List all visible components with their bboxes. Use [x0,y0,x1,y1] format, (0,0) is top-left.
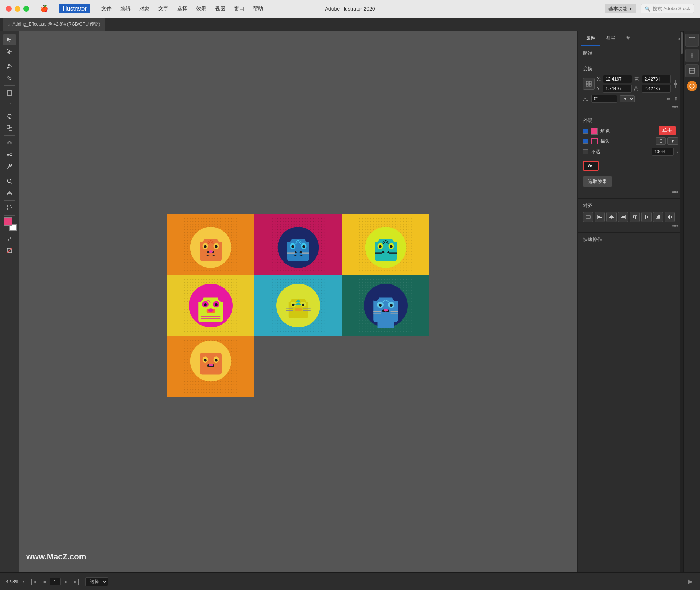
maximize-button[interactable] [23,6,29,12]
nav-prev[interactable]: ◄ [40,578,48,585]
play-btn[interactable]: ▶ [687,577,694,586]
align-distribute-btn[interactable] [665,212,675,222]
align-right-btn[interactable] [618,212,628,222]
status-select[interactable]: 选择 [85,577,108,586]
tab-properties[interactable]: 属性 [581,31,600,46]
fill-checkbox[interactable] [583,129,588,134]
align-center-v-btn[interactable] [641,212,652,222]
toolbar-separator-6 [4,215,15,216]
menu-items: 文件 编辑 对象 文字 选择 效果 视图 窗口 帮助 [98,4,267,13]
angle-input[interactable] [591,95,617,103]
pencil-tool[interactable] [3,73,16,84]
transform-more-btn[interactable]: ••• [672,104,678,110]
svg-rect-128 [621,217,625,218]
selection-tool[interactable] [3,34,16,45]
rotate-tool[interactable] [3,111,16,122]
page-input[interactable] [50,578,61,585]
mini-panel-btn-2[interactable] [685,49,699,62]
angle-dropdown[interactable]: ▼ [620,95,635,102]
svg-point-83 [284,295,292,302]
warp-tool[interactable] [3,137,16,148]
y-input[interactable] [603,85,632,93]
flip-v-icon[interactable]: ⇕ [674,96,678,102]
select-effect-button[interactable]: 选取效果 [583,176,612,187]
menu-file[interactable]: 文件 [98,4,115,13]
flip-h-icon[interactable]: ⇔ [666,96,671,102]
menu-window[interactable]: 窗口 [230,4,248,13]
menu-select[interactable]: 选择 [174,4,191,13]
menu-view[interactable]: 视图 [211,4,229,13]
fill-color-swatch[interactable] [591,128,598,135]
tab-layers[interactable]: 图层 [600,31,620,46]
panel-scrollbar[interactable] [680,31,683,572]
height-input[interactable] [642,85,671,93]
shape-tool[interactable] [3,88,16,98]
svg-rect-137 [658,215,660,218]
align-to-dropdown[interactable] [583,212,593,222]
stroke-color-swatch[interactable] [591,138,598,144]
svg-point-9 [7,179,11,183]
mini-panel-btn-3[interactable] [685,64,699,77]
color-picker-btn[interactable] [687,81,697,91]
align-left-btn[interactable] [595,212,605,222]
nav-first[interactable]: |◄ [30,578,39,585]
direct-selection-tool[interactable] [3,46,16,57]
transform-grid-icon[interactable] [583,78,595,90]
svg-rect-2 [7,91,12,95]
align-buttons [583,212,678,222]
none-fill[interactable] [3,245,16,256]
scale-tool[interactable] [3,123,16,133]
document-tab[interactable]: × Adding_Effects.ai @ 42.8% (RGB/GPU 预览) [3,18,106,31]
menu-help[interactable]: 帮助 [249,4,267,13]
eyedropper-tool[interactable] [3,161,16,172]
menu-text[interactable]: 文字 [155,4,172,13]
stroke-value-btn[interactable]: C [656,137,666,145]
status-mode: 选择 [85,577,108,586]
foreground-color[interactable] [4,217,12,226]
menu-effect[interactable]: 效果 [192,4,210,13]
workspace-selector[interactable]: 基本功能 ▼ [605,4,636,13]
svg-rect-4 [7,125,10,128]
pen-tool[interactable] [3,61,16,72]
width-input[interactable] [642,75,671,83]
stroke-checkbox[interactable] [583,139,588,144]
appearance-more-btn[interactable]: ••• [672,189,678,195]
align-top-btn[interactable] [630,212,640,222]
link-icon[interactable] [673,79,678,88]
minimize-button[interactable] [15,6,20,12]
app-menu-item[interactable]: Illustrator [59,4,90,13]
align-bottom-btn[interactable] [653,212,663,222]
tab-library[interactable]: 库 [620,31,635,46]
toolbar-separator-4 [4,174,15,174]
zoom-tool[interactable] [3,176,16,187]
blend-tool[interactable] [3,149,16,160]
search-placeholder: 搜索 Adobe Stock [653,5,690,12]
fx-button[interactable]: fx. [583,161,599,171]
menu-object[interactable]: 对象 [136,4,153,13]
svg-rect-136 [657,216,658,218]
swap-colors[interactable]: ⇄ [3,233,16,244]
mini-panel-btn-1[interactable] [685,34,699,47]
x-input[interactable] [603,75,632,83]
align-center-h-btn[interactable] [606,212,617,222]
stock-search[interactable]: 🔍 搜索 Adobe Stock [641,4,694,13]
artboard-tool[interactable] [3,202,16,213]
hand-tool[interactable] [3,187,16,198]
stroke-dropdown-btn[interactable]: ▼ [667,137,678,145]
type-tool[interactable]: T [3,99,16,110]
opacity-input[interactable] [652,148,674,156]
svg-point-36 [305,235,312,242]
nav-next[interactable]: ► [62,578,70,585]
panel-expand[interactable]: » [677,36,680,42]
svg-point-32 [291,245,294,248]
svg-rect-17 [200,239,222,261]
nav-last[interactable]: ►| [71,578,81,585]
menu-edit[interactable]: 编辑 [117,4,134,13]
tab-close[interactable]: × [8,22,10,27]
opacity-checkbox[interactable] [583,149,588,154]
align-more-btn[interactable]: ••• [672,223,678,229]
apple-menu[interactable]: 🍎 [36,3,52,14]
color-swatches[interactable] [4,217,15,229]
close-button[interactable] [6,6,12,12]
opacity-chevron[interactable]: › [677,149,678,155]
